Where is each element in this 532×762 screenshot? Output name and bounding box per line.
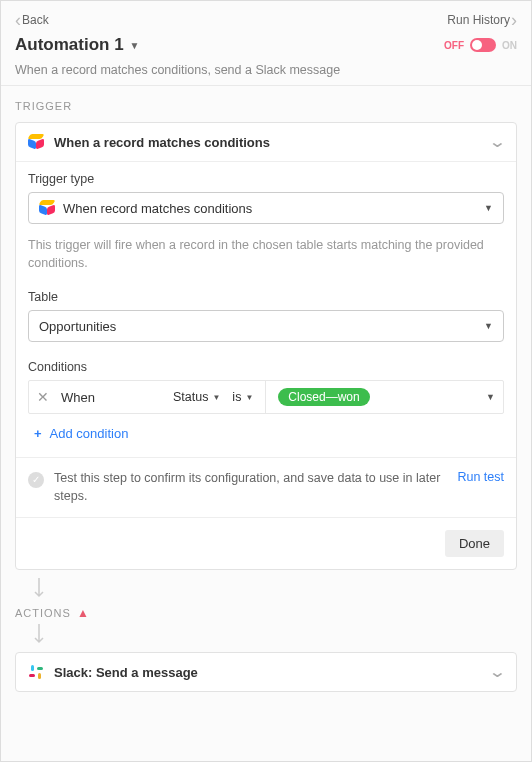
conditions-block: Conditions ✕ When Status ▼ is ▼ Closed—w… xyxy=(16,344,516,457)
table-value: Opportunities xyxy=(39,319,116,334)
slack-icon xyxy=(28,664,44,680)
automation-panel: ‹ Back Run History › Automation 1 ▼ OFF … xyxy=(0,0,532,762)
done-button[interactable]: Done xyxy=(445,530,504,557)
panel-header: ‹ Back Run History › Automation 1 ▼ OFF … xyxy=(1,1,531,86)
caret-down-icon: ▼ xyxy=(484,203,493,213)
toggle-on-label: ON xyxy=(502,40,517,51)
condition-operator-select[interactable]: is ▼ xyxy=(232,390,253,404)
automation-description: When a record matches conditions, send a… xyxy=(15,63,517,77)
condition-when: When xyxy=(61,390,161,405)
toggle-off-label: OFF xyxy=(444,40,464,51)
add-condition-button[interactable]: + Add condition xyxy=(28,414,504,455)
warning-icon: ▲ xyxy=(77,606,90,620)
actions-section-label: ACTIONS ▲ xyxy=(15,606,517,620)
trigger-card-header[interactable]: When a record matches conditions ⌄ xyxy=(16,123,516,161)
caret-down-icon: ▼ xyxy=(130,40,140,51)
done-row: Done xyxy=(16,517,516,569)
trigger-help-text: This trigger will fire when a record in … xyxy=(16,226,516,280)
title-text: Automation 1 xyxy=(15,35,124,55)
caret-down-icon: ▼ xyxy=(212,393,220,402)
trigger-card: When a record matches conditions ⌄ Trigg… xyxy=(15,122,517,570)
action-title-wrap: Slack: Send a message xyxy=(28,664,198,680)
automation-title[interactable]: Automation 1 ▼ xyxy=(15,35,140,55)
chevron-down-icon: ⌄ xyxy=(488,664,506,680)
enabled-toggle[interactable]: OFF ON xyxy=(444,38,517,52)
trigger-title: When a record matches conditions xyxy=(54,135,270,150)
caret-down-icon: ▼ xyxy=(245,393,253,402)
flow-arrow-icon xyxy=(33,578,517,602)
header-middle-row: Automation 1 ▼ OFF ON xyxy=(15,35,517,55)
trigger-type-select[interactable]: When record matches conditions ▼ xyxy=(28,192,504,224)
trigger-type-select-value-wrap: When record matches conditions xyxy=(39,200,252,216)
trigger-section-label: TRIGGER xyxy=(15,100,517,112)
condition-operator: is xyxy=(232,390,241,404)
back-label: Back xyxy=(22,13,49,27)
table-label: Table xyxy=(28,290,504,304)
action-title: Slack: Send a message xyxy=(54,665,198,680)
condition-value-pill[interactable]: Closed—won xyxy=(278,388,369,406)
trigger-type-block: Trigger type When record matches conditi… xyxy=(16,162,516,226)
test-step-row: ✓ Test this step to confirm its configur… xyxy=(16,457,516,517)
actions-label-text: ACTIONS xyxy=(15,607,71,619)
airtable-icon xyxy=(39,200,55,216)
chevron-right-icon: › xyxy=(511,11,517,29)
action-card: Slack: Send a message ⌄ xyxy=(15,652,517,692)
back-button[interactable]: ‹ Back xyxy=(15,11,49,29)
condition-field-select[interactable]: Status ▼ xyxy=(173,390,220,404)
chevron-left-icon: ‹ xyxy=(15,11,21,29)
trigger-type-label: Trigger type xyxy=(28,172,504,186)
check-circle-icon: ✓ xyxy=(28,472,44,488)
caret-down-icon: ▼ xyxy=(484,321,493,331)
panel-body: TRIGGER When a record matches conditions… xyxy=(1,86,531,706)
trigger-type-value: When record matches conditions xyxy=(63,201,252,216)
remove-condition-button[interactable]: ✕ xyxy=(37,389,49,405)
table-select[interactable]: Opportunities ▼ xyxy=(28,310,504,342)
header-top-row: ‹ Back Run History › xyxy=(15,11,517,29)
run-history-button[interactable]: Run History › xyxy=(447,11,517,29)
conditions-label: Conditions xyxy=(28,360,504,374)
condition-field: Status xyxy=(173,390,208,404)
condition-value-select[interactable]: ▼ xyxy=(486,392,495,402)
toggle-switch-icon xyxy=(470,38,496,52)
action-card-header[interactable]: Slack: Send a message ⌄ xyxy=(16,653,516,691)
trigger-title-wrap: When a record matches conditions xyxy=(28,134,270,150)
run-test-button[interactable]: Run test xyxy=(457,470,504,484)
table-block: Table Opportunities ▼ xyxy=(16,280,516,344)
plus-icon: + xyxy=(34,426,42,441)
airtable-icon xyxy=(28,134,44,150)
run-history-label: Run History xyxy=(447,13,510,27)
test-step-text: Test this step to confirm its configurat… xyxy=(54,470,447,505)
chevron-down-icon: ⌄ xyxy=(488,134,506,150)
add-condition-label: Add condition xyxy=(50,426,129,441)
flow-arrow-icon xyxy=(33,624,517,648)
condition-row: ✕ When Status ▼ is ▼ Closed—won ▼ xyxy=(28,380,504,414)
